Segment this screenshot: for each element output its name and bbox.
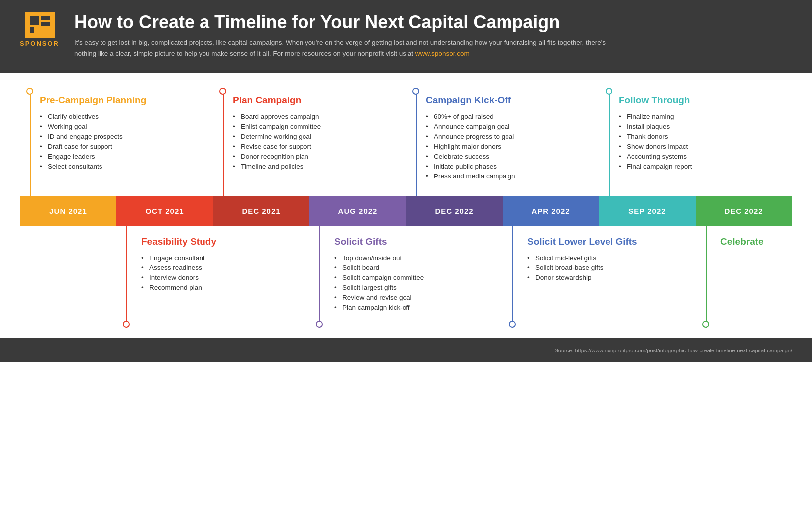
list-item: •Press and media campaign <box>426 172 594 181</box>
title-plan-campaign: Plan Campaign <box>233 95 401 106</box>
svg-rect-3 <box>30 27 34 33</box>
svg-rect-1 <box>41 16 50 20</box>
page-wrapper: SPONSOR How to Create a Timeline for You… <box>0 0 812 362</box>
section-solicit-gifts: Solicit Gifts •Top down/inside out •Soli… <box>309 226 503 328</box>
header: SPONSOR How to Create a Timeline for You… <box>0 0 812 73</box>
vline-celebrate <box>706 226 707 328</box>
section-plan-campaign: Plan Campaign •Board approves campaign •… <box>213 88 406 196</box>
list-item: •Interview donors <box>141 273 304 283</box>
list-item: •Donor stewardship <box>527 273 691 283</box>
items-solicit-lower: •Solicit mid-level gifts •Solicit broad-… <box>527 253 691 283</box>
title-solicit-lower: Solicit Lower Level Gifts <box>527 236 691 247</box>
dot-celebrate <box>702 321 709 328</box>
list-item: •Working goal <box>40 122 208 132</box>
timeline-cell-7: DEC 2022 <box>696 196 792 226</box>
list-item: •Determine working goal <box>233 132 401 142</box>
list-item: •Thank donors <box>619 132 787 142</box>
title-solicit-gifts: Solicit Gifts <box>334 236 498 247</box>
header-link[interactable]: www.sponsor.com <box>415 50 470 57</box>
timeline-cell-2: DEC 2021 <box>213 196 309 226</box>
items-feasibility: •Engage consultant •Assess readiness •In… <box>141 253 304 293</box>
list-item: •Announce campaign goal <box>426 122 594 132</box>
timeline-cell-1: OCT 2021 <box>116 196 213 226</box>
list-item: •Accounting systems <box>619 152 787 162</box>
logo: SPONSOR <box>20 12 59 47</box>
list-item: •Solicit mid-level gifts <box>527 253 691 263</box>
dot-follow-through <box>606 88 612 95</box>
footer-source: Source: https://www.nonprofitpro.com/pos… <box>555 348 793 353</box>
vline-solicit-lower <box>512 226 513 328</box>
title-kickoff: Campaign Kick-Off <box>426 95 594 106</box>
dot-pre-campaign <box>26 88 33 95</box>
vline-solicit-gifts <box>319 226 320 328</box>
list-item: •60%+ of goal raised <box>426 112 594 122</box>
items-kickoff: •60%+ of goal raised •Announce campaign … <box>426 112 594 181</box>
main-content: Pre-Campaign Planning •Clarify objective… <box>0 73 812 328</box>
items-follow-through: •Finalize naming •Install plaques •Thank… <box>619 112 787 172</box>
list-item: •Plan campaign kick-off <box>334 303 498 313</box>
vline-kickoff <box>416 88 417 196</box>
svg-rect-0 <box>30 16 39 25</box>
list-item: •Draft case for support <box>40 142 208 152</box>
list-item: •Enlist campaign committee <box>233 122 401 132</box>
list-item: •Solicit largest gifts <box>334 283 498 293</box>
vline-feasibility <box>126 226 127 328</box>
bottom-empty-1 <box>20 226 116 328</box>
dot-feasibility <box>123 321 130 328</box>
dot-solicit-lower <box>509 321 516 328</box>
logo-svg <box>29 15 51 34</box>
logo-label: SPONSOR <box>20 40 59 47</box>
list-item: •ID and engage prospects <box>40 132 208 142</box>
list-item: •Solicit broad-base gifts <box>527 263 691 273</box>
list-item: •Install plaques <box>619 122 787 132</box>
section-kickoff: Campaign Kick-Off •60%+ of goal raised •… <box>406 88 599 196</box>
timeline-cell-5: APR 2022 <box>503 196 599 226</box>
logo-icon <box>25 12 55 38</box>
list-item: •Final campaign report <box>619 162 787 172</box>
header-description: It's easy to get lost in big, complicate… <box>74 37 621 59</box>
list-item: •Initiate public phases <box>426 162 594 172</box>
title-pre-campaign: Pre-Campaign Planning <box>40 95 208 106</box>
timeline-cell-4: DEC 2022 <box>406 196 503 226</box>
list-item: •Finalize naming <box>619 112 787 122</box>
list-item: •Announce progress to goal <box>426 132 594 142</box>
list-item: •Assess readiness <box>141 263 304 273</box>
list-item: •Solicit campaign committee <box>334 273 498 283</box>
list-item: •Select consultants <box>40 162 208 172</box>
header-text: How to Create a Timeline for Your Next C… <box>74 12 792 59</box>
footer: Source: https://www.nonprofitpro.com/pos… <box>0 338 812 362</box>
section-follow-through: Follow Through •Finalize naming •Install… <box>599 88 792 196</box>
timeline-bar: JUN 2021 OCT 2021 DEC 2021 AUG 2022 DEC … <box>20 196 792 226</box>
list-item: •Top down/inside out <box>334 253 498 263</box>
list-item: •Solicit board <box>334 263 498 273</box>
list-item: •Celebrate success <box>426 152 594 162</box>
svg-rect-2 <box>41 22 50 26</box>
title-feasibility: Feasibility Study <box>141 236 304 247</box>
header-title: How to Create a Timeline for Your Next C… <box>74 12 792 32</box>
items-pre-campaign: •Clarify objectives •Working goal •ID an… <box>40 112 208 172</box>
vline-plan-campaign <box>223 88 224 196</box>
list-item: •Highlight major donors <box>426 142 594 152</box>
top-sections: Pre-Campaign Planning •Clarify objective… <box>20 88 792 196</box>
vline-follow-through <box>609 88 610 196</box>
title-celebrate: Celebrate <box>720 236 787 247</box>
list-item: •Donor recognition plan <box>233 152 401 162</box>
dot-solicit-gifts <box>316 321 323 328</box>
title-follow-through: Follow Through <box>619 95 787 106</box>
dot-kickoff <box>412 88 419 95</box>
items-solicit-gifts: •Top down/inside out •Solicit board •Sol… <box>334 253 498 313</box>
section-solicit-lower: Solicit Lower Level Gifts •Solicit mid-l… <box>503 226 696 328</box>
dot-plan-campaign <box>219 88 226 95</box>
list-item: •Clarify objectives <box>40 112 208 122</box>
list-item: •Timeline and policies <box>233 162 401 172</box>
section-pre-campaign: Pre-Campaign Planning •Clarify objective… <box>20 88 213 196</box>
list-item: •Engage consultant <box>141 253 304 263</box>
bottom-sections: Feasibility Study •Engage consultant •As… <box>20 226 792 328</box>
list-item: •Show donors impact <box>619 142 787 152</box>
vline-pre-campaign <box>30 88 31 196</box>
section-celebrate: Celebrate <box>696 226 792 328</box>
timeline-cell-3: AUG 2022 <box>309 196 406 226</box>
list-item: •Board approves campaign <box>233 112 401 122</box>
list-item: •Review and revise goal <box>334 293 498 303</box>
items-plan-campaign: •Board approves campaign •Enlist campaig… <box>233 112 401 172</box>
